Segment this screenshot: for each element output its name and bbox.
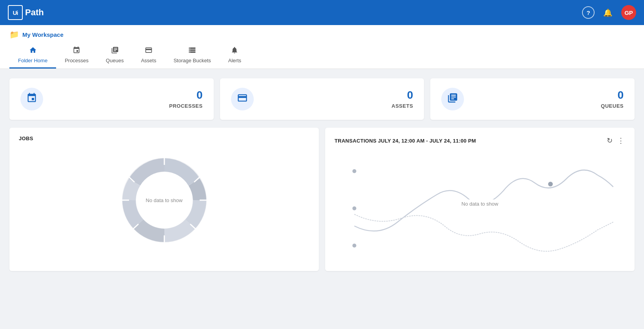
svg-point-5 (548, 182, 553, 186)
assets-summary-info: 0 ASSETS (261, 90, 413, 109)
tab-assets[interactable]: Assets (132, 43, 165, 69)
transactions-card-actions: ↻ ⋮ (606, 136, 625, 146)
logo: Ui Path (8, 5, 44, 20)
assets-summary-card: 0 ASSETS (220, 78, 424, 120)
svg-point-1 (143, 179, 186, 221)
assets-summary-icon (237, 92, 248, 106)
logo-path-text: Path (25, 7, 44, 18)
summary-cards-row: 0 PROCESSES 0 ASSETS 0 (9, 78, 635, 120)
user-avatar-button[interactable]: GP (621, 5, 636, 20)
refresh-icon: ↻ (607, 137, 613, 145)
logo-ui-text: Ui (13, 9, 18, 16)
storage-buckets-icon (188, 46, 196, 56)
queues-summary-icon (447, 92, 458, 106)
processes-label: PROCESSES (50, 103, 203, 109)
notifications-button[interactable]: 🔔 (602, 6, 614, 19)
avatar-initials: GP (624, 9, 633, 16)
queues-summary-info: 0 QUEUES (471, 90, 624, 109)
main-header: Ui Path ? 🔔 GP (0, 0, 644, 25)
subheader: 📁 My Workspace Folder Home Processes Que… (0, 25, 644, 69)
transactions-chart-area: No data to show (335, 146, 625, 263)
jobs-donut-area: No data to show (19, 141, 309, 259)
transactions-card-title: TRANSACTIONS JULY 24, 12:00 AM - JULY 24… (335, 138, 476, 144)
workspace-folder-icon: 📁 (9, 30, 19, 39)
help-button[interactable]: ? (582, 6, 595, 19)
tab-storage-buckets-label: Storage Buckets (173, 58, 211, 63)
folder-home-icon (29, 46, 37, 56)
jobs-card-title: JOBS (19, 136, 33, 141)
transactions-refresh-button[interactable]: ↻ (606, 136, 613, 146)
transactions-more-button[interactable]: ⋮ (617, 136, 625, 146)
tab-folder-home-label: Folder Home (18, 58, 47, 63)
navigation-tabs: Folder Home Processes Queues Assets Stor (9, 43, 635, 69)
tab-queues[interactable]: Queues (97, 43, 133, 69)
processes-summary-icon (26, 92, 37, 106)
queues-count: 0 (471, 90, 624, 101)
svg-point-3 (353, 206, 357, 210)
tab-alerts[interactable]: Alerts (220, 43, 250, 69)
tab-storage-buckets[interactable]: Storage Buckets (165, 43, 219, 69)
queues-label: QUEUES (471, 103, 624, 109)
processes-icon (73, 46, 80, 56)
assets-icon (145, 46, 153, 56)
svg-point-4 (353, 244, 357, 248)
jobs-card-header: JOBS (19, 136, 309, 141)
transactions-card-header: TRANSACTIONS JULY 24, 12:00 AM - JULY 24… (335, 136, 625, 146)
workspace-breadcrumb: 📁 My Workspace (9, 30, 635, 39)
transactions-no-data-label: No data to show (458, 199, 502, 208)
jobs-donut-chart (113, 149, 215, 251)
charts-row: JOBS (9, 128, 635, 271)
queues-summary-card: 0 QUEUES (430, 78, 635, 120)
svg-point-2 (353, 169, 357, 173)
tab-assets-label: Assets (141, 58, 156, 63)
processes-summary-card: 0 PROCESSES (9, 78, 214, 120)
processes-count: 0 (50, 90, 203, 101)
bell-icon: 🔔 (603, 8, 613, 17)
workspace-label: My Workspace (22, 31, 64, 38)
processes-summary-info: 0 PROCESSES (50, 90, 203, 109)
tab-queues-label: Queues (106, 58, 124, 63)
assets-label: ASSETS (261, 103, 413, 109)
tab-folder-home[interactable]: Folder Home (9, 43, 56, 69)
main-content: 0 PROCESSES 0 ASSETS 0 (0, 69, 644, 280)
logo-box: Ui (8, 5, 23, 20)
assets-icon-wrap (231, 88, 254, 110)
transactions-card: TRANSACTIONS JULY 24, 12:00 AM - JULY 24… (325, 128, 635, 271)
tab-alerts-label: Alerts (228, 58, 241, 63)
more-icon: ⋮ (617, 137, 624, 145)
alerts-icon (231, 46, 238, 56)
assets-count: 0 (261, 90, 413, 101)
tab-processes-label: Processes (65, 58, 89, 63)
help-icon: ? (586, 9, 590, 16)
queues-icon-wrap (441, 88, 464, 110)
header-actions: ? 🔔 GP (582, 5, 636, 20)
processes-icon-wrap (20, 88, 43, 110)
queues-icon (111, 46, 119, 56)
jobs-card: JOBS (9, 128, 319, 271)
tab-processes[interactable]: Processes (56, 43, 97, 69)
